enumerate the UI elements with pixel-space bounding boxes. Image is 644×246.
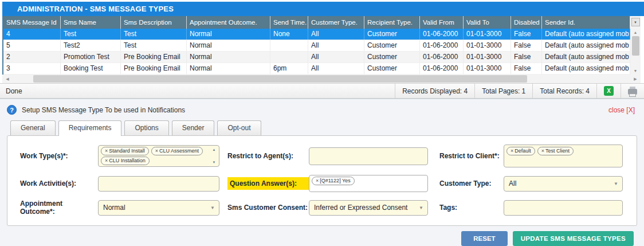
work-types-chips: ×Standard Install×CLU Assessment×CLU Ins… bbox=[101, 147, 210, 165]
table-cell: 2 bbox=[3, 52, 61, 63]
remove-chip-icon[interactable]: × bbox=[541, 148, 544, 154]
table-cell: Customer bbox=[364, 63, 420, 74]
scroll-right-arrow-icon[interactable]: ▶ bbox=[630, 77, 641, 81]
table-cell: All bbox=[308, 63, 364, 74]
table-cell: 6pm bbox=[270, 63, 308, 74]
column-header[interactable]: Sms Name bbox=[61, 16, 121, 29]
spinner-down-icon[interactable]: ▼ bbox=[213, 161, 216, 164]
spinner-up-icon[interactable]: ▲ bbox=[213, 148, 216, 151]
column-header[interactable]: Appointment Outcome. bbox=[187, 16, 270, 29]
column-header[interactable]: SMS Message Id bbox=[3, 16, 61, 29]
table-cell: Normal bbox=[187, 52, 270, 63]
tab-opt-out[interactable]: Opt-out bbox=[217, 120, 261, 135]
appointment-outcome-label: Appointment Outcome*: bbox=[20, 200, 98, 216]
table-cell: 01-01-3000 bbox=[464, 63, 511, 74]
appointment-outcome-dropdown[interactable]: Normal ▼ bbox=[98, 200, 219, 216]
restrict-agents-input[interactable] bbox=[309, 147, 428, 165]
table-row[interactable]: 2Promotion TestPre Booking EmailNormalAl… bbox=[3, 52, 630, 63]
scroll-up-arrow-icon[interactable]: ▲ bbox=[630, 28, 641, 36]
table-cell: 01-01-3000 bbox=[464, 29, 511, 40]
form-row-3: Appointment Outcome*: Normal ▼ Sms Custo… bbox=[7, 200, 637, 216]
horizontal-scroll-track[interactable] bbox=[13, 75, 630, 83]
customer-type-dropdown[interactable]: All ▼ bbox=[504, 176, 623, 192]
excel-export-icon[interactable] bbox=[604, 86, 614, 96]
print-icon[interactable] bbox=[628, 89, 637, 95]
chip[interactable]: ×Test Client bbox=[537, 147, 574, 155]
remove-chip-icon[interactable]: × bbox=[155, 148, 158, 154]
form-row-2: Work Activitie(s): Question Answer(s): ×… bbox=[7, 175, 637, 192]
table-cell: 01-06-2000 bbox=[420, 40, 464, 51]
table-cell: 01-01-3000 bbox=[464, 40, 511, 51]
column-options-button[interactable]: ▾ bbox=[631, 18, 640, 26]
column-header[interactable]: Send Time. bbox=[270, 16, 308, 29]
table-cell: Pre Booking Email bbox=[121, 52, 187, 63]
help-icon[interactable]: ? bbox=[7, 105, 17, 115]
chip[interactable]: ×Standard Install bbox=[101, 147, 149, 155]
column-header[interactable]: Customer Type. bbox=[308, 16, 364, 29]
vertical-scrollbar[interactable]: ▾ ▲ ▼ bbox=[630, 16, 641, 75]
restrict-clients-multiselect[interactable]: ×Default×Test Client bbox=[504, 145, 623, 167]
tab-general[interactable]: General bbox=[10, 120, 56, 135]
remove-chip-icon[interactable]: × bbox=[316, 178, 319, 183]
horizontal-scrollbar[interactable]: ◀ ▶ bbox=[2, 75, 641, 83]
customer-type-value: All bbox=[509, 179, 516, 188]
tab-sender[interactable]: Sender bbox=[172, 120, 215, 135]
sms-customer-consent-label: Sms Customer Consent: bbox=[227, 204, 309, 212]
table-cell: Default (auto assigned mob bbox=[542, 63, 630, 74]
reset-button[interactable]: RESET bbox=[461, 231, 507, 246]
scroll-down-arrow-icon[interactable]: ▼ bbox=[630, 67, 641, 75]
sms-customer-consent-field: Sms Customer Consent: Inferred or Expres… bbox=[219, 200, 428, 216]
table-cell bbox=[270, 40, 308, 51]
tab-requirements[interactable]: Requirements bbox=[58, 120, 122, 136]
chip[interactable]: ×Default bbox=[506, 147, 535, 155]
dropdown-arrow-icon: ▼ bbox=[614, 181, 618, 186]
remove-chip-icon[interactable]: × bbox=[511, 148, 513, 154]
table-row[interactable]: 4TestTestNormalNoneAllCustomer01-06-2000… bbox=[3, 29, 630, 40]
chip[interactable]: ×CLU Assessment bbox=[151, 147, 203, 155]
table-row[interactable]: 5Test2TestNormalAllCustomer01-06-200001-… bbox=[3, 40, 630, 52]
table-row[interactable]: 3Booking TestPre Booking EmailNormal6pmA… bbox=[3, 63, 630, 75]
work-activities-label: Work Activitie(s): bbox=[20, 179, 98, 188]
table-cell: All bbox=[308, 40, 364, 51]
horizontal-scroll-thumb[interactable] bbox=[33, 75, 527, 83]
table-cell: Test2 bbox=[61, 40, 121, 51]
remove-chip-icon[interactable]: × bbox=[105, 158, 108, 163]
column-header[interactable]: Disabled bbox=[511, 16, 542, 29]
table-cell: Customer bbox=[364, 29, 420, 40]
question-answers-chips: ×[Q#1122] Yes bbox=[312, 177, 425, 185]
table-cell: All bbox=[308, 29, 364, 40]
administration-window: ADMINISTRATION - SMS MESSAGE TYPES SMS M… bbox=[0, 0, 644, 246]
tags-input[interactable] bbox=[504, 200, 623, 216]
table-cell: Default (auto assigned mob bbox=[542, 40, 630, 51]
sms-message-types-grid: SMS Message IdSms NameSms DescriptionApp… bbox=[2, 16, 641, 75]
column-header[interactable]: Sender Id. bbox=[542, 16, 630, 29]
table-cell: Normal bbox=[187, 63, 270, 74]
scroll-left-arrow-icon[interactable]: ◀ bbox=[2, 77, 13, 81]
work-activities-input[interactable] bbox=[98, 176, 219, 192]
table-cell bbox=[270, 52, 308, 63]
table-cell: False bbox=[511, 63, 542, 74]
sms-customer-consent-dropdown[interactable]: Inferred or Expressed Consent ▼ bbox=[309, 200, 428, 216]
remove-chip-icon[interactable]: × bbox=[105, 148, 108, 154]
customer-type-field: Customer Type: All ▼ bbox=[428, 175, 623, 192]
tab-bar: GeneralRequirementsOptionsSenderOpt-out bbox=[0, 120, 644, 135]
form-footer: RESET UPDATE SMS MESSAGE TYPES bbox=[0, 226, 644, 246]
multiselect-scrollers[interactable]: ▲ ▼ bbox=[210, 147, 218, 165]
column-header[interactable]: Sms Description bbox=[121, 16, 187, 29]
question-answers-multiselect[interactable]: ×[Q#1122] Yes bbox=[309, 175, 428, 192]
question-answers-label: Question Answer(s): bbox=[227, 177, 309, 190]
vertical-scroll-thumb[interactable] bbox=[632, 36, 639, 56]
column-header[interactable]: Recipient Type. bbox=[364, 16, 420, 29]
column-header[interactable]: Valid To bbox=[464, 16, 511, 29]
work-types-multiselect[interactable]: ×Standard Install×CLU Assessment×CLU Ins… bbox=[98, 145, 219, 167]
column-header[interactable]: Valid From bbox=[420, 16, 464, 29]
tab-options[interactable]: Options bbox=[124, 120, 168, 135]
table-cell: Customer bbox=[364, 52, 420, 63]
total-records: Total Records: 4 bbox=[532, 84, 596, 98]
chip[interactable]: ×[Q#1122] Yes bbox=[312, 177, 355, 185]
page-title: ADMINISTRATION - SMS MESSAGE TYPES bbox=[2, 2, 644, 16]
chip[interactable]: ×CLU Installation bbox=[101, 157, 150, 165]
close-link[interactable]: close [X] bbox=[608, 106, 635, 114]
update-button[interactable]: UPDATE SMS MESSAGE TYPES bbox=[513, 231, 634, 246]
table-cell: 01-06-2000 bbox=[420, 63, 464, 74]
